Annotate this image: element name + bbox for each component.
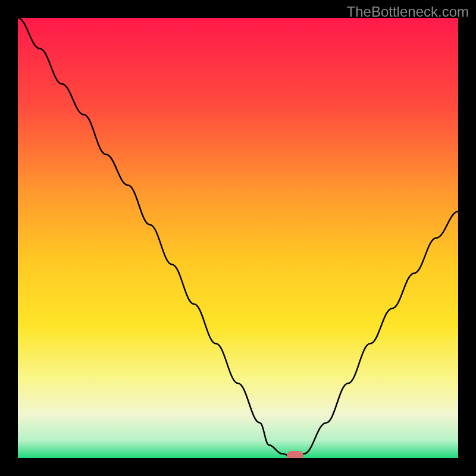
optimum-marker	[287, 451, 303, 458]
gradient-background	[18, 18, 458, 458]
chart-container: TheBottleneck.com	[0, 0, 476, 476]
watermark-text: TheBottleneck.com	[347, 4, 469, 20]
plot-area	[18, 18, 458, 458]
svg-rect-0	[18, 18, 458, 458]
